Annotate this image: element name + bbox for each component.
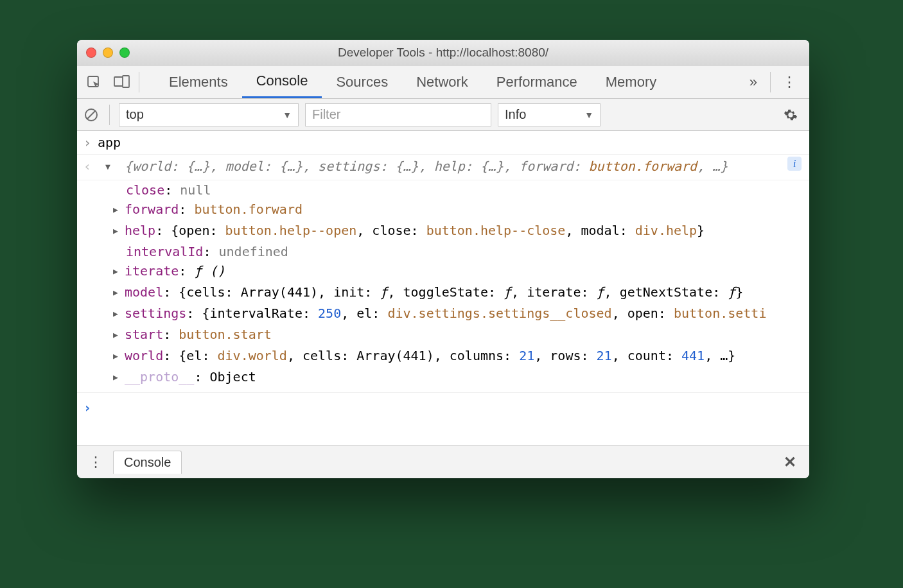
loglevel-selector[interactable]: Info ▼ (498, 103, 601, 126)
input-prompt-icon: › (83, 133, 98, 152)
dropdown-icon: ▼ (584, 110, 593, 120)
loglevel-value: Info (505, 107, 526, 122)
more-tabs-icon[interactable]: » (739, 74, 767, 91)
expand-icon[interactable] (113, 200, 125, 220)
tab-sources[interactable]: Sources (322, 65, 402, 98)
titlebar: Developer Tools - http://localhost:8080/ (77, 40, 809, 65)
divider (109, 105, 110, 125)
inspect-icon[interactable] (80, 68, 108, 96)
expand-icon[interactable] (113, 221, 125, 241)
context-selector[interactable]: top ▼ (119, 103, 299, 126)
divider (139, 72, 139, 92)
window-title: Developer Tools - http://localhost:8080/ (77, 46, 809, 60)
prompt-icon: › (83, 398, 98, 417)
console-settings-icon[interactable] (777, 108, 804, 122)
tab-console[interactable]: Console (242, 65, 322, 98)
object-summary: {world: {…}, model: {…}, settings: {…}, … (125, 159, 728, 174)
devtools-toolbar: Elements Console Sources Network Perform… (77, 65, 809, 99)
expand-icon[interactable] (113, 304, 125, 324)
console-filterbar: top ▼ Info ▼ (77, 99, 809, 131)
dropdown-icon: ▼ (283, 110, 292, 120)
tab-elements[interactable]: Elements (155, 65, 242, 98)
minimize-window-button[interactable] (103, 48, 113, 58)
prop-world[interactable]: world: {el: div.world, cells: Array(441)… (77, 346, 809, 367)
prop-proto[interactable]: __proto__: Object (77, 367, 809, 393)
drawer: ⋮ Console ✕ (77, 445, 809, 478)
context-value: top (126, 107, 144, 122)
console-result-row[interactable]: i ‹ {world: {…}, model: {…}, settings: {… (77, 155, 809, 180)
expand-icon[interactable] (113, 325, 125, 345)
expand-icon[interactable] (113, 282, 125, 302)
expand-icon[interactable] (113, 261, 125, 281)
prop-iterate[interactable]: iterate: ƒ () (77, 261, 809, 282)
output-prompt-icon: ‹ (83, 157, 98, 176)
settings-menu-icon[interactable]: ⋮ (773, 74, 807, 91)
prop-forward[interactable]: forward: button.forward (77, 200, 809, 221)
prop-start[interactable]: start: button.start (77, 325, 809, 346)
close-window-button[interactable] (86, 48, 96, 58)
svg-line-4 (87, 111, 95, 119)
prop-close[interactable]: close: null (77, 180, 809, 200)
drawer-menu-icon[interactable]: ⋮ (82, 454, 110, 471)
divider (770, 72, 771, 92)
devtools-window: Developer Tools - http://localhost:8080/… (77, 40, 809, 478)
filter-input[interactable] (305, 103, 491, 126)
zoom-window-button[interactable] (119, 48, 130, 58)
input-text: app (98, 135, 121, 150)
prop-help[interactable]: help: {open: button.help--open, close: b… (77, 221, 809, 242)
prop-model[interactable]: model: {cells: Array(441), init: ƒ, togg… (77, 282, 809, 304)
prop-settings[interactable]: settings: {intervalRate: 250, el: div.se… (77, 304, 809, 325)
drawer-tab-console[interactable]: Console (113, 451, 182, 474)
drawer-close-icon[interactable]: ✕ (776, 453, 804, 471)
info-badge-icon[interactable]: i (787, 157, 802, 171)
clear-console-icon[interactable] (82, 106, 100, 124)
console-input-row[interactable]: ›app (77, 131, 809, 155)
device-toggle-icon[interactable] (108, 68, 136, 96)
tab-performance[interactable]: Performance (482, 65, 592, 98)
expand-icon[interactable] (113, 367, 125, 387)
traffic-lights (77, 48, 130, 58)
tabstrip: Elements Console Sources Network Perform… (155, 65, 671, 98)
expand-icon[interactable] (113, 346, 125, 366)
expand-icon[interactable] (105, 155, 117, 177)
console-prompt-row[interactable]: › (77, 393, 809, 419)
console-output: ›app i ‹ {world: {…}, model: {…}, settin… (77, 131, 809, 445)
tab-network[interactable]: Network (402, 65, 482, 98)
prop-intervalid[interactable]: intervalId: undefined (77, 242, 809, 261)
svg-rect-2 (123, 76, 129, 87)
tab-memory[interactable]: Memory (592, 65, 671, 98)
